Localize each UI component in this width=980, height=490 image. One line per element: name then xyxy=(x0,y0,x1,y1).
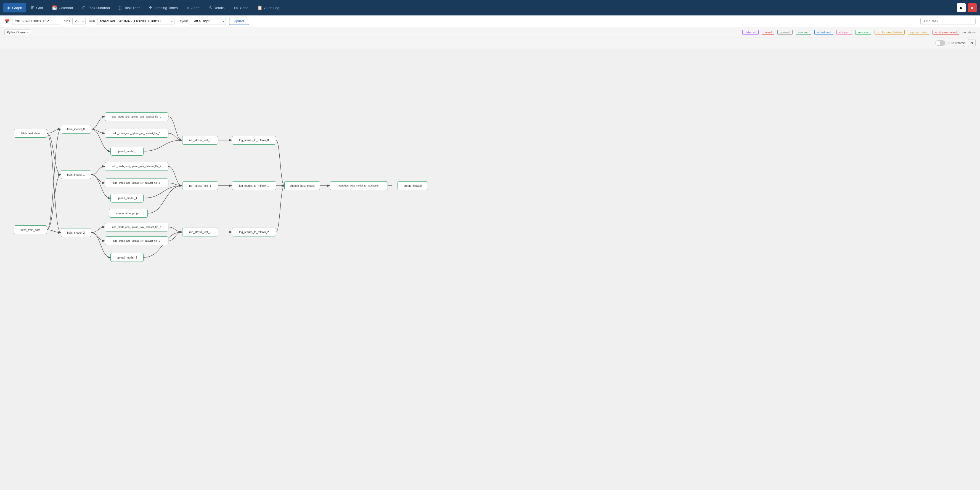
dag-node-log_results_mlflow_1[interactable]: log_results_to_mlflow_1 xyxy=(232,181,276,190)
status-skipped: skipped xyxy=(837,30,852,35)
layout-group: Layout Left > Right Top > Bottom xyxy=(178,17,226,25)
nav-item-grid[interactable]: ⊞ Grid xyxy=(27,3,47,13)
dag-node-add_preds_eval_0[interactable]: add_preds_and_upload_eval_dataset_file_0 xyxy=(105,112,169,121)
dag-node-add_preds_eval_2[interactable]: add_preds_and_upload_eval_dataset_file_2 xyxy=(105,223,169,232)
status-queued: queued xyxy=(777,30,792,35)
gantt-icon: ≡ xyxy=(187,6,189,10)
nav-item-details[interactable]: ⚠ Details xyxy=(205,3,229,13)
status-scheduled: scheduled xyxy=(815,30,833,35)
operator-badge: PythonOperator xyxy=(5,30,31,35)
dag-node-fetch_test_data[interactable]: fetch_test_data xyxy=(14,129,47,138)
dag-node-create_firewall[interactable]: create_firewall xyxy=(398,181,428,190)
nav-label-code: Code xyxy=(240,6,248,10)
toolbar: 📅 Runs 25 10 50 Run scheduled__2018-07-3… xyxy=(0,16,980,27)
nav-label-landing-times: Landing Times xyxy=(154,6,178,10)
dag-node-log_results_mlflow_2[interactable]: log_results_to_mlflow_2 xyxy=(232,228,276,236)
auto-refresh-bar: Auto-refresh ↻ xyxy=(0,38,980,49)
dag-node-add_preds_ref_1[interactable]: add_preds_and_upload_ref_dataset_file_1 xyxy=(105,179,169,187)
nav-item-audit-log[interactable]: 📋 Audit Log xyxy=(253,3,283,13)
dag-node-upload_model_1[interactable]: upload_model_1 xyxy=(110,194,143,203)
nav-item-gantt[interactable]: ≡ Gantt xyxy=(183,3,204,13)
status-failed: failed xyxy=(762,30,774,35)
graph-canvas[interactable]: fetch_test_datatrain_model_0train_model_… xyxy=(0,49,980,490)
calendar-icon-small: 📅 xyxy=(5,19,10,24)
details-icon: ⚠ xyxy=(208,5,212,10)
dag-node-choose_best_model[interactable]: choose_best_model xyxy=(284,181,320,190)
auto-refresh-toggle[interactable] xyxy=(935,40,945,46)
runs-group: Runs 25 10 50 xyxy=(62,17,86,25)
status-up-for-retry: up_for_retry xyxy=(908,30,929,35)
main-content: 📅 Runs 25 10 50 Run scheduled__2018-07-3… xyxy=(0,16,980,490)
nav-label-task-tries: Task Tries xyxy=(124,6,140,10)
top-nav: ◈ Graph ⊞ Grid 📅 Calendar ⏱ Task Duratio… xyxy=(0,0,980,16)
nav-label-grid: Grid xyxy=(36,6,43,10)
layout-label: Layout xyxy=(178,19,188,23)
dag-node-log_results_mlflow_0[interactable]: log_results_to_mlflow_0 xyxy=(232,136,276,144)
dag-node-fetch_train_data[interactable]: fetch_train_data xyxy=(14,225,47,234)
dag-node-run_stress_test_0[interactable]: run_stress_test_0 xyxy=(182,136,218,144)
stop-button[interactable]: ■ xyxy=(968,3,977,12)
refresh-button[interactable]: ↻ xyxy=(968,39,975,47)
runs-select[interactable]: 25 10 50 xyxy=(72,17,86,25)
grid-icon: ⊞ xyxy=(31,5,35,10)
task-duration-icon: ⏱ xyxy=(82,6,86,10)
legend-bar: PythonOperator deferred failed queued ru… xyxy=(0,27,980,38)
nav-item-task-duration[interactable]: ⏱ Task Duration xyxy=(78,3,113,13)
status-up-for-reschedule: up_for_reschedule xyxy=(875,30,905,35)
nav-label-task-duration: Task Duration xyxy=(88,6,110,10)
landing-times-icon: ✈ xyxy=(149,5,153,10)
runs-label: Runs xyxy=(62,19,70,23)
auto-refresh-label: Auto-refresh xyxy=(947,41,966,45)
update-button[interactable]: Update xyxy=(229,17,249,25)
task-tries-icon: ⬚ xyxy=(119,5,123,10)
nav-label-details: Details xyxy=(214,6,225,10)
dag-node-run_stress_test_2[interactable]: run_stress_test_2 xyxy=(182,228,218,236)
dag-node-add_preds_ref_0[interactable]: add_preds_and_upload_ref_dataset_file_0 xyxy=(105,129,169,138)
nav-label-audit-log: Audit Log xyxy=(264,6,279,10)
dag-node-run_stress_test_1[interactable]: run_stress_test_1 xyxy=(182,181,218,190)
dag-node-upload_model_2[interactable]: upload_model_2 xyxy=(110,253,143,262)
dag-node-train_model_2[interactable]: train_model_2 xyxy=(61,228,91,237)
calendar-icon: 📅 xyxy=(52,5,57,10)
nav-label-gantt: Gantt xyxy=(191,6,200,10)
nav-item-graph[interactable]: ◈ Graph xyxy=(3,3,26,13)
nav-label-graph: Graph xyxy=(12,6,22,10)
status-running: running xyxy=(796,30,811,35)
dag-node-upload_model_0[interactable]: upload_model_0 xyxy=(110,147,143,155)
run-label: Run xyxy=(89,19,95,23)
dag-node-add_preds_ref_2[interactable]: add_preds_and_upload_ref_dataset_file_2 xyxy=(105,236,169,245)
dag-node-train_model_1[interactable]: train_model_1 xyxy=(61,170,91,179)
dag-node-add_preds_eval_1[interactable]: add_preds_and_upload_eval_dataset_file_1 xyxy=(105,162,169,171)
status-no-status: no_status xyxy=(963,31,975,34)
nav-item-landing-times[interactable]: ✈ Landing Times xyxy=(145,3,181,13)
nav-item-task-tries[interactable]: ⬚ Task Tries xyxy=(115,3,145,13)
layout-select[interactable]: Left > Right Top > Bottom xyxy=(190,17,226,25)
date-input[interactable] xyxy=(12,17,59,25)
nav-item-calendar[interactable]: 📅 Calendar xyxy=(48,3,77,13)
find-task-input[interactable] xyxy=(920,17,975,25)
graph-icon: ◈ xyxy=(7,5,11,10)
play-button[interactable]: ▶ xyxy=(957,3,966,12)
status-deferred: deferred xyxy=(742,30,759,35)
run-select[interactable]: scheduled__2018-07-31T00:00:00+00:00 xyxy=(97,17,175,25)
run-group: Run scheduled__2018-07-31T00:00:00+00:00 xyxy=(89,17,175,25)
date-group: 📅 xyxy=(5,17,59,25)
dag-node-train_model_0[interactable]: train_model_0 xyxy=(61,125,91,133)
dag-node-transition_best_model[interactable]: transition_best_model_to_production xyxy=(330,181,388,190)
audit-log-icon: 📋 xyxy=(257,5,262,10)
graph-inner: fetch_test_datatrain_model_0train_model_… xyxy=(6,54,392,303)
nav-item-code[interactable]: <> Code xyxy=(229,3,252,13)
nav-label-calendar: Calendar xyxy=(59,6,73,10)
dag-node-create_rime_project[interactable]: create_rime_project xyxy=(109,209,148,218)
status-success: success xyxy=(855,30,871,35)
status-upstream-failed: upstream_failed xyxy=(932,30,959,35)
code-icon: <> xyxy=(233,6,238,10)
